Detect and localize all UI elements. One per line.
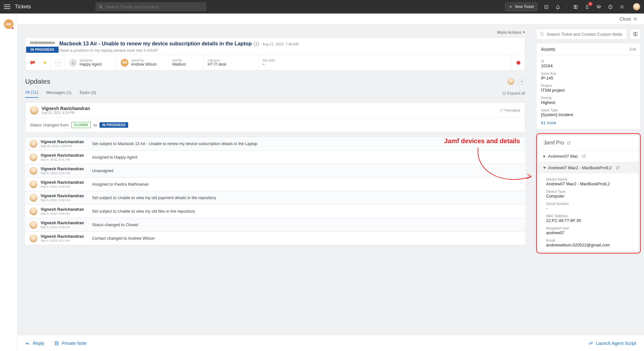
expand-icon <box>543 167 546 169</box>
topbar: Tickets ＋New Ticket 5 <box>0 0 644 14</box>
update-row[interactable]: Vignesh Ravichandran Sep 20, 2022, 4:23 … <box>25 137 525 151</box>
field-label: Issue Key <box>541 71 636 75</box>
help-icon[interactable] <box>607 4 613 10</box>
priority-field[interactable]: priorityMedium <box>168 55 204 70</box>
more-actions-button[interactable]: More Actions <box>497 30 525 35</box>
assets-edit-button[interactable]: Edit <box>630 47 636 51</box>
author-name: Vignesh Ravichandran <box>41 207 89 212</box>
field-value: andrew07 <box>546 230 631 235</box>
field-label: Device Type <box>546 189 631 193</box>
field-value: Andrew07 Mac2 - MacBookPro9,2 <box>546 181 631 186</box>
update-message: Contact changed to Andrew Wilson <box>92 236 155 241</box>
update-message: Assigned to Pavitra Mathivanan <box>92 182 149 187</box>
author-avatar <box>30 221 37 229</box>
update-row[interactable]: Vignesh Ravichandran Sep 8, 2022, 9:27 A… <box>25 232 525 245</box>
feed-icon[interactable]: 5 <box>584 4 590 10</box>
chevron-down-icon <box>523 32 525 33</box>
permalink-button[interactable]: Permalink <box>500 108 520 112</box>
update-message: Unassigned <box>92 169 113 173</box>
author-name: Vignesh Ravichandran <box>41 234 89 239</box>
update-message: Assigned to Happy Agent <box>92 155 137 160</box>
update-message: Set subject to Macbook 13 Air - Unable t… <box>92 142 257 146</box>
svg-rect-0 <box>545 5 548 8</box>
docs-icon[interactable] <box>573 4 578 10</box>
category-field[interactable]: categoryHT IT desk <box>204 55 259 70</box>
jamf-title: Jamf Pro <box>538 135 639 150</box>
more-menu-button[interactable]: ⋯ <box>51 55 65 70</box>
ticket-description: Have a problem in my laptop please look … <box>59 48 521 53</box>
update-row[interactable]: Vignesh Ravichandran Sep 8, 2022, 9:29 A… <box>25 205 525 218</box>
device-name: Andrew07 Mac2 - MacBookPro9,2 <box>548 165 612 170</box>
add-update-button[interactable]: ＋ <box>518 78 525 85</box>
search-icon <box>540 32 544 36</box>
more-icon: ⋯ <box>55 59 62 66</box>
menu-icon[interactable] <box>4 4 10 10</box>
tab-all[interactable]: All (11) <box>25 87 38 98</box>
field-label: Device Name <box>546 177 631 181</box>
fields-catalog-button[interactable] <box>630 29 641 40</box>
close-button[interactable]: Close <box>617 15 640 23</box>
external-link-icon[interactable] <box>567 141 571 145</box>
updates-heading: Updates <box>25 78 50 85</box>
assets-more-link[interactable]: 61 more <box>541 120 636 125</box>
status-pill-from: CLOSED <box>71 122 91 128</box>
raised-by-field[interactable]: AW raised byAndrew Wilson <box>117 55 168 70</box>
ticket-content: More Actions #HID00000004 IN PROGRESS M <box>17 25 533 335</box>
custom-fields-search[interactable] <box>536 29 627 40</box>
update-row[interactable]: Vignesh Ravichandran Sep 8, 2022, 9:28 A… <box>25 218 525 232</box>
custom-fields-search-input[interactable] <box>547 32 624 37</box>
device-name: Andrews07 Mac <box>548 154 578 159</box>
tasks-icon[interactable] <box>543 4 549 10</box>
update-time: Sep 20, 2022, 4:23 PM <box>41 144 89 148</box>
ticket-id: #HID00000004 <box>30 41 54 45</box>
tab-tasks[interactable]: Tasks (0) <box>79 88 96 97</box>
author-avatar <box>30 106 38 115</box>
update-message: Status changed to Closed <box>92 223 138 227</box>
search-icon <box>99 5 103 9</box>
star-button[interactable]: ★ <box>38 55 51 70</box>
svg-point-2 <box>610 8 611 8</box>
update-row[interactable]: Vignesh Ravichandran Sep 8, 2022, 9:31 A… <box>25 151 525 164</box>
ticket-meta-row: 📌 ★ ⋯ assigneeHappy Agent AW raised byAn… <box>25 55 525 70</box>
field-value: - <box>546 206 631 211</box>
workspace-avatar[interactable]: AW <box>4 19 14 29</box>
expand-all-button[interactable]: Expand all <box>502 91 525 96</box>
ticket-message-count: (1) <box>254 41 259 46</box>
reply-button[interactable]: Reply <box>25 341 44 346</box>
global-search-input[interactable] <box>106 5 203 9</box>
update-row[interactable]: Vignesh Ravichandran Sep 8, 2022, 9:31 A… <box>25 164 525 178</box>
author-name: Vignesh Ravichandran <box>41 180 89 185</box>
update-time: Sep 20, 2022, 4:24 PM <box>42 111 90 115</box>
jamf-device-row[interactable]: Andrews07 Mac <box>538 150 639 162</box>
author-avatar <box>30 153 37 161</box>
external-link-icon[interactable] <box>616 166 620 170</box>
author-avatar <box>30 140 37 148</box>
launch-agent-script-button[interactable]: Launch Agent Script <box>588 341 636 346</box>
right-sidebar: Assets Edit Id 10164Issue Key IP-145Proj… <box>533 25 644 335</box>
learn-icon[interactable] <box>596 4 601 10</box>
tab-messages[interactable]: Messages (1) <box>46 88 71 97</box>
page-title: Tickets <box>15 4 31 10</box>
svg-point-4 <box>72 61 74 63</box>
update-message: Set subject to Unable to view my old pay… <box>92 196 216 200</box>
notifications-icon[interactable] <box>555 4 561 10</box>
due-date-field[interactable]: due date~ <box>259 55 512 70</box>
new-ticket-button[interactable]: ＋New Ticket <box>505 2 537 11</box>
field-label: Assigned User <box>546 226 631 230</box>
commenter-avatar[interactable] <box>507 78 515 85</box>
update-row[interactable]: Vignesh Ravichandran Sep 8, 2022, 9:30 A… <box>25 178 525 191</box>
assignee-field[interactable]: assigneeHappy Agent <box>65 55 117 70</box>
jamf-device-row[interactable]: Andrew07 Mac2 - MacBookPro9,2 <box>538 162 639 173</box>
pin-button[interactable]: 📌 <box>25 55 38 70</box>
private-note-button[interactable]: Private Note <box>54 341 87 346</box>
settings-icon[interactable] <box>619 4 625 10</box>
alert-indicator <box>512 55 525 70</box>
user-avatar[interactable] <box>633 3 640 10</box>
author-avatar <box>30 167 37 175</box>
ticket-title: Macbook 13 Air - Unable to renew my devi… <box>59 41 252 47</box>
update-row[interactable]: Vignesh Ravichandran Sep 8, 2022, 9:30 A… <box>25 191 525 205</box>
field-value: ITSM project <box>541 88 636 93</box>
author-name: Vignesh Ravichandran <box>41 153 89 158</box>
external-link-icon[interactable] <box>582 154 586 158</box>
global-search[interactable] <box>95 2 206 11</box>
